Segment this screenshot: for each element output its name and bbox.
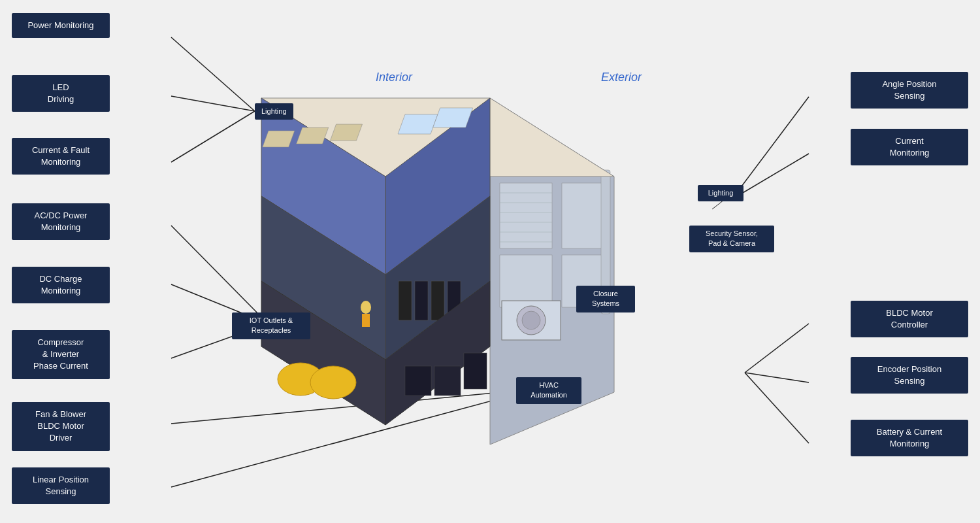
svg-rect-40 xyxy=(398,114,438,134)
svg-rect-45 xyxy=(415,281,428,320)
led-driving-label: LEDDriving xyxy=(12,75,110,112)
svg-point-48 xyxy=(361,301,371,314)
lighting-exterior-label: Lighting xyxy=(698,185,743,201)
dc-charge-monitoring-label: DC ChargeMonitoring xyxy=(12,267,110,303)
encoder-position-label: Encoder PositionSensing xyxy=(851,357,968,394)
current-fault-monitoring-label: Current & FaultMonitoring xyxy=(12,138,110,175)
svg-rect-56 xyxy=(464,353,487,389)
bldc-motor-label: BLDC MotorController xyxy=(851,301,968,337)
power-monitoring-label: Power Monitoring xyxy=(12,13,110,38)
diagram-container: Interior Exterior xyxy=(0,0,980,523)
fan-blower-label: Fan & BlowerBLDC MotorDriver xyxy=(12,402,110,451)
iot-outlets-label: IOT Outlets &Receptacles xyxy=(232,312,310,339)
linear-position-label: Linear PositionSensing xyxy=(12,467,110,504)
hvac-automation-label: HVACAutomation xyxy=(516,377,581,404)
svg-rect-41 xyxy=(433,108,473,127)
svg-rect-21 xyxy=(500,255,552,307)
svg-point-32 xyxy=(522,311,540,329)
closure-systems-label: ClosureSystems xyxy=(576,286,635,312)
svg-rect-46 xyxy=(431,281,444,320)
security-sensor-label: Security Sensor,Pad & Camera xyxy=(689,226,774,252)
svg-point-53 xyxy=(310,366,356,399)
svg-rect-22 xyxy=(562,183,604,248)
svg-rect-54 xyxy=(405,366,431,396)
svg-line-11 xyxy=(745,373,809,382)
svg-line-12 xyxy=(745,373,809,443)
acdc-power-monitoring-label: AC/DC PowerMonitoring xyxy=(12,203,110,240)
svg-line-10 xyxy=(745,324,809,373)
current-monitoring-label: CurrentMonitoring xyxy=(851,129,968,165)
svg-line-8 xyxy=(732,97,809,199)
svg-rect-44 xyxy=(399,281,412,320)
angle-position-label: Angle PositionSensing xyxy=(851,72,968,109)
battery-current-label: Battery & CurrentMonitoring xyxy=(851,420,968,456)
svg-rect-49 xyxy=(362,314,370,327)
lighting-node-label: Lighting xyxy=(255,103,293,120)
compressor-inverter-label: Compressor& InverterPhase Current xyxy=(12,330,110,379)
svg-rect-55 xyxy=(434,366,461,396)
